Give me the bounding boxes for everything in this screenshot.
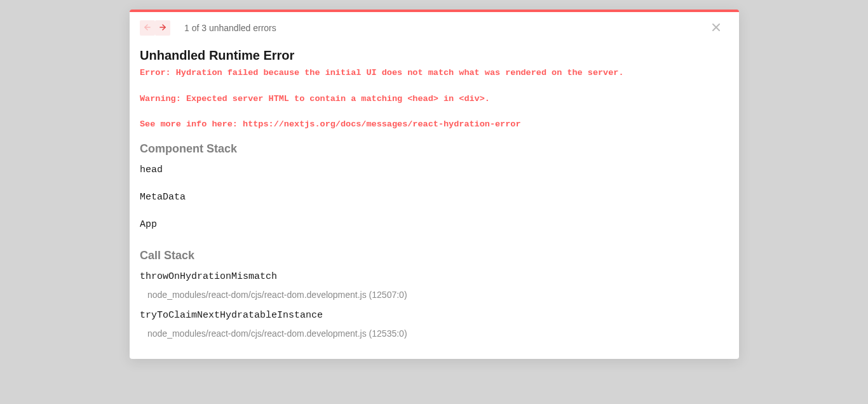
next-error-button[interactable] — [155, 20, 170, 36]
close-icon — [710, 21, 722, 36]
close-button[interactable] — [709, 20, 724, 36]
call-stack-function: throwOnHydrationMismatch — [140, 271, 729, 282]
component-stack-item: App — [140, 219, 729, 230]
dialog-header: 1 of 3 unhandled errors — [140, 20, 729, 36]
component-stack-item: MetaData — [140, 192, 729, 203]
call-stack-item: tryToClaimNextHydratableInstance node_mo… — [140, 310, 729, 339]
component-stack-item: head — [140, 165, 729, 175]
arrow-right-icon — [158, 23, 167, 34]
error-count-label: 1 of 3 unhandled errors — [184, 23, 276, 33]
error-title: Unhandled Runtime Error — [140, 48, 729, 63]
call-stack-item: throwOnHydrationMismatch node_modules/re… — [140, 271, 729, 300]
prev-error-button[interactable] — [140, 20, 155, 36]
call-stack-function: tryToClaimNextHydratableInstance — [140, 310, 729, 321]
call-stack-source: node_modules/react-dom/cjs/react-dom.dev… — [140, 328, 729, 339]
call-stack-source: node_modules/react-dom/cjs/react-dom.dev… — [140, 290, 729, 300]
component-stack-heading: Component Stack — [140, 142, 729, 156]
dialog-content[interactable]: 1 of 3 unhandled errors Unhandled Runtim… — [130, 12, 739, 359]
arrow-left-icon — [143, 23, 152, 34]
error-dialog: 1 of 3 unhandled errors Unhandled Runtim… — [130, 10, 739, 359]
error-message: Error: Hydration failed because the init… — [140, 67, 729, 131]
component-stack-list: head MetaData App — [140, 165, 729, 230]
call-stack-heading: Call Stack — [140, 249, 729, 262]
